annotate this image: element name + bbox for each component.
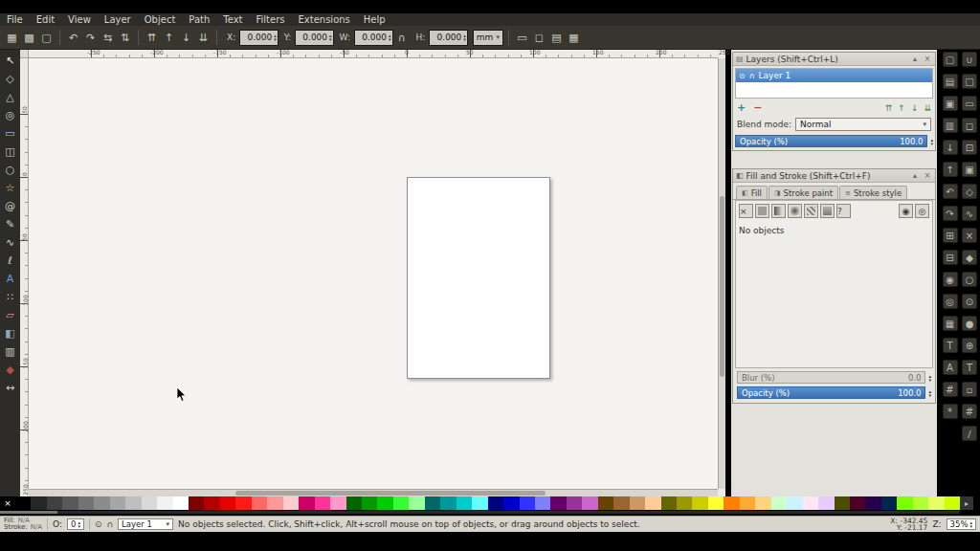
palette-swatch[interactable] bbox=[362, 496, 377, 510]
palette-swatch[interactable] bbox=[299, 496, 314, 510]
opacity-indicator-field[interactable]: 0 ▴▾ bbox=[67, 518, 84, 530]
panel-close-icon[interactable]: × bbox=[923, 55, 932, 63]
fillrule-evenodd-button[interactable]: ◉ bbox=[899, 204, 913, 218]
lower-layer-to-bottom-button[interactable]: ⇊ bbox=[924, 103, 931, 113]
redo-icon[interactable]: ↷ bbox=[943, 206, 958, 221]
pencil-tool[interactable]: ✎ bbox=[2, 215, 18, 233]
rect-tool[interactable]: ▭ bbox=[2, 124, 18, 143]
palette-swatch[interactable] bbox=[755, 496, 770, 510]
fill-linear-gradient-button[interactable] bbox=[771, 204, 786, 218]
tab-stroke-paint[interactable]: ◨ Stroke paint bbox=[768, 186, 838, 199]
text-dialog-icon[interactable]: T bbox=[943, 338, 958, 353]
palette-swatch[interactable] bbox=[252, 496, 267, 510]
palette-swatch[interactable] bbox=[330, 496, 345, 510]
palette-swatch[interactable] bbox=[125, 496, 141, 510]
align-dialog-icon[interactable]: A bbox=[943, 360, 958, 375]
palette-swatch[interactable] bbox=[771, 496, 787, 510]
menu-Path[interactable]: Path bbox=[182, 13, 216, 26]
snap-bbox-center-icon[interactable]: ▣ bbox=[962, 162, 977, 177]
palette-swatch[interactable] bbox=[582, 496, 597, 510]
palette-swatch[interactable] bbox=[78, 496, 94, 510]
palette-swatch[interactable] bbox=[567, 496, 582, 510]
palette-swatch[interactable] bbox=[661, 496, 677, 510]
palette-swatch[interactable] bbox=[928, 496, 944, 510]
tab-stroke-style[interactable]: ≡ Stroke style bbox=[839, 186, 907, 199]
palette-swatch[interactable] bbox=[503, 496, 519, 510]
palette-swatch[interactable] bbox=[173, 496, 189, 510]
layer-lock-toggle-icon[interactable]: ∩ bbox=[107, 519, 114, 529]
lock-ratio-toggle[interactable]: ∩ bbox=[394, 30, 411, 46]
pen-tool[interactable]: ∿ bbox=[2, 233, 18, 252]
width-field-spinner[interactable]: ▴▾ bbox=[389, 33, 391, 41]
palette-swatch[interactable] bbox=[393, 496, 409, 510]
menu-Object[interactable]: Object bbox=[138, 13, 183, 26]
undo-icon[interactable]: ↶ bbox=[943, 184, 958, 199]
layer-opacity-spinner[interactable]: ▴▾ bbox=[930, 138, 933, 145]
raise-to-top-button[interactable]: ⇈ bbox=[144, 30, 160, 46]
palette-swatch[interactable] bbox=[31, 496, 46, 510]
snap-line-midpoint-icon[interactable]: ⊙ bbox=[962, 294, 977, 309]
star-tool[interactable]: ☆ bbox=[2, 179, 18, 197]
palette-swatch[interactable] bbox=[220, 496, 235, 510]
palette-swatch[interactable] bbox=[409, 496, 424, 510]
no-color-swatch[interactable]: × bbox=[0, 496, 15, 510]
vertical-ruler[interactable]: -50050100150200250 bbox=[20, 58, 29, 489]
object-opacity-slider[interactable]: Opacity (%) 100.0 bbox=[737, 386, 925, 399]
import-image-icon[interactable]: ↓ bbox=[943, 140, 958, 155]
palette-swatch[interactable] bbox=[835, 496, 850, 510]
lower-layer-button[interactable]: ↓ bbox=[911, 103, 919, 113]
palette-swatch[interactable] bbox=[535, 496, 550, 510]
layer-visibility-icon[interactable]: ⊙ bbox=[739, 72, 746, 80]
drawing-canvas[interactable] bbox=[29, 58, 718, 489]
width-field[interactable]: 0.000 ▴▾ bbox=[354, 30, 393, 46]
layer-opacity-slider[interactable]: Opacity (%) 100.0 bbox=[735, 135, 927, 147]
scale-pattern-toggle-button[interactable]: ▦ bbox=[566, 30, 582, 46]
spray-tool[interactable]: ∷ bbox=[2, 288, 18, 306]
menu-Help[interactable]: Help bbox=[357, 13, 392, 26]
palette-swatch[interactable] bbox=[803, 496, 818, 510]
palette-swatch[interactable] bbox=[62, 496, 78, 510]
3dbox-tool[interactable]: ◫ bbox=[2, 143, 18, 161]
palette-swatch[interactable] bbox=[708, 496, 724, 510]
snap-bbox-icon[interactable]: □ bbox=[962, 74, 977, 89]
menu-Layer[interactable]: Layer bbox=[98, 13, 138, 26]
flip-horizontal-button[interactable]: ⇆ bbox=[100, 30, 116, 46]
canvas-horizontal-scrollbar[interactable] bbox=[29, 489, 718, 496]
zoom-tool[interactable]: ◎ bbox=[2, 106, 18, 124]
palette-swatch[interactable] bbox=[283, 496, 299, 510]
fill-pattern-button[interactable] bbox=[804, 204, 818, 218]
scrollbar-thumb[interactable] bbox=[720, 196, 724, 377]
palette-swatch[interactable] bbox=[677, 496, 692, 510]
palette-swatch[interactable] bbox=[692, 496, 707, 510]
fill-unknown-button[interactable]: ? bbox=[836, 204, 851, 218]
fill-swatch-button[interactable] bbox=[820, 204, 835, 218]
fillrule-nonzero-button[interactable]: ◎ bbox=[915, 204, 929, 218]
fill-radial-gradient-button[interactable] bbox=[788, 204, 802, 218]
paste-icon[interactable]: ⊟ bbox=[943, 250, 958, 265]
open-document-icon[interactable]: ▤ bbox=[943, 74, 958, 89]
palette-swatch[interactable] bbox=[850, 496, 865, 510]
blur-slider[interactable]: Blur (%) 0.0 bbox=[737, 371, 925, 384]
rotate-cw-button[interactable]: ↷ bbox=[82, 30, 99, 46]
units-dropdown[interactable]: mm ▾ bbox=[473, 30, 503, 46]
duplicate-icon[interactable]: ▦ bbox=[943, 316, 958, 331]
eraser-tool[interactable]: ▱ bbox=[2, 306, 18, 324]
palette-swatch[interactable] bbox=[15, 496, 31, 510]
layer-visibility-toggle-icon[interactable]: ⊙ bbox=[95, 519, 102, 529]
text-tool[interactable]: A bbox=[2, 270, 18, 288]
scrollbar-thumb[interactable] bbox=[0, 511, 57, 514]
raise-layer-button[interactable]: ↑ bbox=[898, 103, 905, 113]
rotate-ccw-button[interactable]: ↶ bbox=[65, 30, 81, 46]
scale-stroke-toggle-button[interactable]: ▭ bbox=[514, 30, 530, 46]
palette-swatch[interactable] bbox=[630, 496, 645, 510]
snap-bbox-edge-midpoint-icon[interactable]: ⊡ bbox=[962, 140, 977, 155]
snap-bbox-edge-icon[interactable]: ▭ bbox=[962, 96, 977, 111]
palette-swatch[interactable] bbox=[377, 496, 392, 510]
snap-nodes-icon[interactable]: ◇ bbox=[962, 184, 977, 199]
new-document-icon[interactable]: ▢ bbox=[943, 52, 958, 67]
lower-to-bottom-button[interactable]: ⇊ bbox=[195, 30, 212, 46]
palette-swatch[interactable] bbox=[550, 496, 566, 510]
palette-swatch[interactable] bbox=[94, 496, 109, 510]
horizontal-ruler[interactable]: -250-200-150-100-50050100150200250 bbox=[29, 50, 718, 58]
palette-swatch[interactable] bbox=[520, 496, 535, 510]
